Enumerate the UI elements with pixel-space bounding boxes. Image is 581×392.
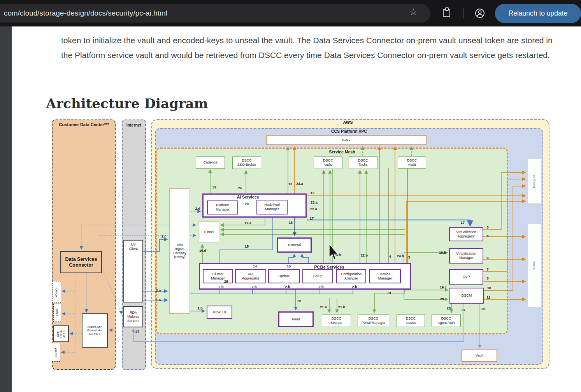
url-text[interactable]: com/cloud/storage-design/docs/security/p… xyxy=(0,9,167,18)
address-bar[interactable]: com/cloud/storage-design/docs/security/p… xyxy=(0,4,430,23)
extensions-icon[interactable] xyxy=(443,9,450,17)
browser-toolbar: com/cloud/storage-design/docs/security/p… xyxy=(0,0,581,26)
profile-icon[interactable] xyxy=(475,8,485,18)
page-heading: Architecture Diagram xyxy=(46,96,208,111)
left-gutter xyxy=(0,26,12,392)
browser-window: com/cloud/storage-design/docs/security/p… xyxy=(0,0,581,392)
toolbar-divider xyxy=(463,8,463,19)
architecture-diagram-image xyxy=(46,115,551,373)
relaunch-to-update-button[interactable]: Relaunch to update xyxy=(495,4,581,23)
body-paragraph: token to initialize the vault and encode… xyxy=(61,33,555,63)
bookmark-star-icon[interactable]: ☆ xyxy=(409,7,418,16)
